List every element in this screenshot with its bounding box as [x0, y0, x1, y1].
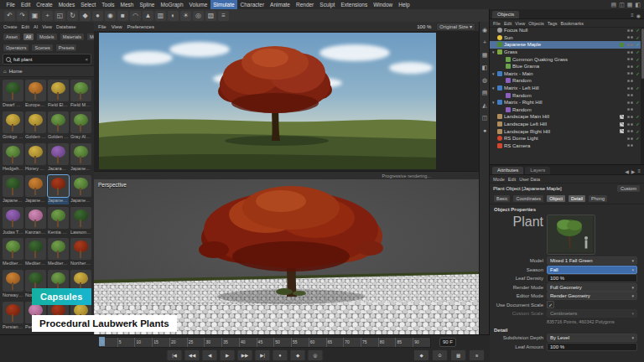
undo-icon[interactable]: ↶ [4, 11, 15, 21]
plant-asset[interactable]: European Beech (Fall Plant) [25, 80, 46, 109]
object-row[interactable]: ▾ Grass ✓ [490, 49, 641, 56]
attribute-menu-item[interactable]: Mode [493, 177, 505, 182]
record-button[interactable]: ● [273, 349, 288, 361]
asset-filter-tab[interactable]: Materials [60, 33, 85, 41]
plant-preview-thumbnail[interactable] [547, 215, 595, 255]
enable-check-icon[interactable]: ✓ [635, 35, 641, 40]
plant-asset[interactable]: Jacaranda (Fall Plant) [48, 143, 69, 173]
layer-strip-icon[interactable]: ▤ [482, 90, 488, 96]
light-icon[interactable]: ☀ [180, 11, 191, 21]
rotate-tool-icon[interactable]: ↻ [67, 11, 78, 21]
attribute-value[interactable]: Render Geometry ▾ [547, 292, 637, 300]
play-button[interactable]: ▶ [220, 349, 236, 361]
object-tag-icon[interactable] [620, 122, 624, 127]
plant-asset[interactable]: Golden Rain Tree (Fall Plant) [25, 111, 46, 141]
render-view-menu-item[interactable]: File [98, 24, 106, 29]
plant-asset[interactable]: Field Elm (Fall Plant) [48, 80, 69, 109]
section-header[interactable]: Object Properties [490, 204, 644, 213]
menu-character[interactable]: Character [237, 0, 267, 9]
plant-asset[interactable]: Kentia Palm (Fall Plant) [48, 207, 69, 236]
keyframe-button[interactable]: ◆ [290, 349, 306, 361]
enable-check-icon[interactable]: ✓ [635, 136, 641, 141]
object-tag-icon[interactable] [620, 129, 624, 133]
plant-asset[interactable]: Japanese Larch (Fall Plant) [25, 175, 46, 204]
dock-layout-icon[interactable]: ◧ [635, 0, 641, 9]
object-manager-menu-item[interactable]: Bookmarks [560, 21, 584, 26]
attribute-value[interactable]: 100 % ▾ [547, 274, 637, 282]
workplane-icon[interactable]: ▦ [482, 52, 488, 59]
end-frame-field[interactable]: 90 F [439, 338, 456, 347]
scale-tool-icon[interactable]: ◱ [55, 11, 65, 21]
key-interpolation-icon[interactable]: ◆ [413, 349, 429, 361]
object-manager-menu-item[interactable]: File [493, 21, 501, 26]
menu-mograph[interactable]: MoGraph [158, 0, 186, 9]
plant-asset[interactable]: Japanese Angelica Tree (Fall Plant) [70, 143, 91, 173]
attribute-tab[interactable]: Coordinates [512, 194, 544, 203]
menu-spline[interactable]: Spline [137, 0, 158, 9]
plant-asset[interactable]: Hedgehog Agave (Fall Plant) [3, 143, 23, 173]
visibility-dots[interactable] [627, 101, 633, 104]
menu-modes[interactable]: Modes [55, 0, 78, 9]
object-tag-icon[interactable] [620, 43, 624, 47]
split-layout-icon[interactable]: ◫ [619, 0, 625, 9]
object-row[interactable]: RS Dome Light ✓ [490, 135, 641, 142]
attribute-value[interactable]: Full Geometry ▾ [547, 283, 637, 292]
object-row[interactable]: Focus Null ✓ [490, 27, 641, 34]
render-settings-icon[interactable]: ◉ [105, 11, 116, 21]
volume-icon[interactable]: ▥ [155, 11, 166, 21]
tab-layers[interactable]: Layers [525, 167, 550, 174]
enable-check-icon[interactable]: ✓ [635, 42, 641, 47]
redo-icon[interactable]: ↷ [17, 11, 28, 21]
detail-section-header[interactable]: Detail [490, 325, 644, 334]
timeline-menu-icon[interactable]: ≡ [469, 349, 485, 361]
plant-asset[interactable]: Japanese Maple (Fall Plant) [48, 175, 69, 204]
asset-category-tab[interactable]: Presets [55, 44, 78, 52]
object-row[interactable]: Random [490, 106, 641, 114]
asset-browser-menu-item[interactable]: Database [56, 24, 76, 29]
visibility-dots[interactable] [627, 108, 633, 111]
asset-category-tab[interactable]: Scenes [31, 44, 53, 52]
object-row[interactable]: Landscape Main Hill ✓ [490, 113, 641, 121]
visibility-dots[interactable] [627, 58, 633, 60]
plant-asset[interactable]: Lawson Cypress (Fall Plant) [70, 207, 91, 236]
tab-attributes[interactable]: Attributes [492, 167, 523, 174]
quantize-icon[interactable]: ◍ [482, 77, 487, 84]
plant-asset[interactable]: Judas Tree (Fall Plant) [3, 207, 23, 236]
visibility-dots[interactable] [627, 144, 633, 147]
visibility-dots[interactable] [627, 130, 633, 132]
asset-browser-menu-item[interactable]: Edit [22, 24, 29, 29]
visibility-dots[interactable] [627, 87, 633, 90]
simulate-icon[interactable]: ◐ [168, 11, 179, 21]
object-row[interactable]: ▾ Matrix - Left Hill ✓ [490, 85, 641, 92]
plant-asset[interactable]: Field Maple (Fall Plant) [70, 80, 91, 109]
enable-check-icon[interactable]: ✓ [635, 49, 641, 54]
history-back-icon[interactable]: ◀ [625, 168, 629, 174]
isolate-view-icon[interactable]: ◧ [482, 65, 488, 71]
enable-check-icon[interactable]: ✓ [635, 71, 641, 76]
attribute-menu-item[interactable]: User Data [519, 177, 540, 182]
autokey-button[interactable]: ◎ [308, 349, 324, 361]
use-document-scale-checkbox[interactable]: ✓ [547, 301, 554, 308]
asset-browser-menu-item[interactable]: View [42, 24, 52, 29]
object-tag-icon[interactable] [620, 115, 624, 119]
menu-mesh[interactable]: Mesh [117, 0, 137, 9]
object-row[interactable]: Random [490, 77, 641, 85]
visibility-dots[interactable] [627, 44, 633, 46]
visibility-dots[interactable] [627, 65, 633, 68]
snap-icon[interactable]: ◉ [482, 27, 487, 34]
object-row[interactable]: Random [490, 91, 641, 99]
normals-icon[interactable]: ◭ [482, 102, 486, 109]
asset-browser-menu-item[interactable]: Create [3, 24, 18, 29]
attribute-value[interactable]: Mixed 1 Fall Green ▾ [547, 256, 637, 265]
clear-search-icon[interactable]: × [85, 57, 88, 62]
coordinate-system-icon[interactable]: ◆ [80, 11, 91, 21]
render-view-menu-item[interactable]: Preferences [127, 24, 154, 29]
object-manager-menu-item[interactable]: View [515, 21, 525, 26]
menu-simulate[interactable]: Simulate [210, 0, 237, 9]
viewport-solo-icon[interactable]: ● [483, 127, 486, 134]
object-row[interactable]: Sun ✓ [490, 34, 641, 42]
menu-volume[interactable]: Volume [186, 0, 210, 9]
layout-panel-icon[interactable]: ▤ [611, 0, 617, 9]
object-manager-menu-item[interactable]: Edit [504, 21, 512, 26]
plant-asset[interactable]: Golden Weeping Willow (Fall Plant) [48, 111, 69, 141]
